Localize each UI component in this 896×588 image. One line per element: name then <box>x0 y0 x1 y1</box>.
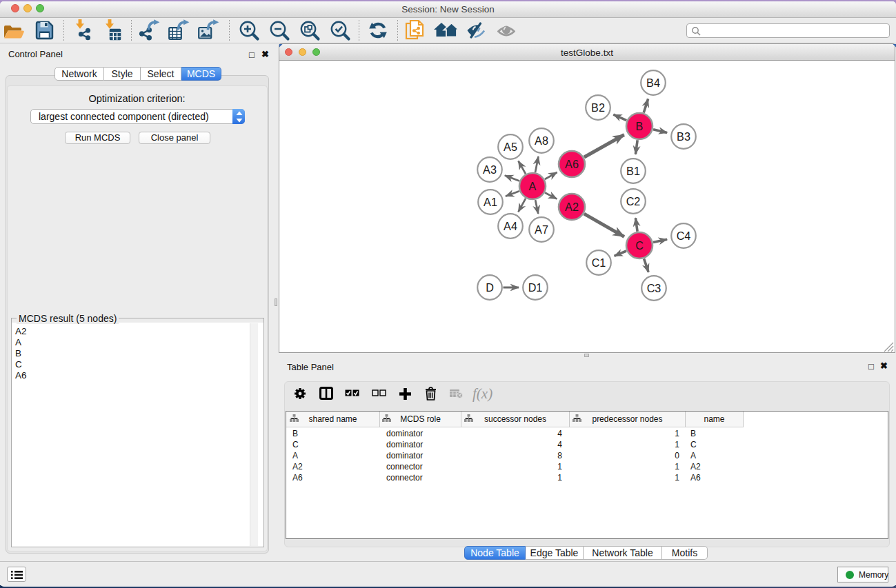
svg-text:A6: A6 <box>565 158 579 170</box>
svg-text:A8: A8 <box>535 134 548 147</box>
svg-text:C1: C1 <box>592 256 606 269</box>
svg-text:B: B <box>636 120 644 132</box>
svg-text:B1: B1 <box>626 165 640 177</box>
svg-text:A2: A2 <box>565 201 579 213</box>
svg-text:B4: B4 <box>646 77 660 89</box>
svg-text:C: C <box>635 239 644 252</box>
svg-text:B3: B3 <box>677 130 690 143</box>
svg-text:C2: C2 <box>626 195 641 207</box>
svg-text:A4: A4 <box>504 220 517 232</box>
svg-text:A7: A7 <box>535 223 548 236</box>
svg-text:D1: D1 <box>528 281 543 294</box>
svg-text:A: A <box>529 180 537 192</box>
svg-text:A1: A1 <box>484 196 497 208</box>
svg-text:B2: B2 <box>591 101 605 114</box>
svg-text:A3: A3 <box>483 163 497 176</box>
svg-text:C4: C4 <box>677 230 691 242</box>
svg-text:D: D <box>486 281 494 294</box>
svg-text:A5: A5 <box>504 141 517 153</box>
svg-text:C3: C3 <box>647 282 661 294</box>
